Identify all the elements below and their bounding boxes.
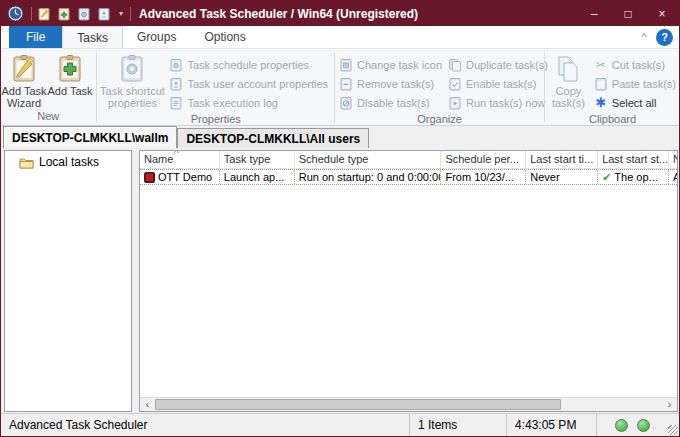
tab-tasks[interactable]: Tasks: [62, 26, 123, 48]
enable-tasks-label: Enable task(s): [466, 78, 536, 90]
last-start-status-label: The op...: [614, 171, 657, 183]
task-user-account-properties-icon: [169, 77, 183, 91]
quick-access-toolbar: ▾: [35, 5, 127, 23]
add-task-wizard-button[interactable]: Add Task Wizard: [1, 51, 47, 109]
qat-dropdown-icon[interactable]: ▾: [115, 9, 127, 18]
qat-add-task-icon[interactable]: [55, 5, 73, 23]
title-bar: ▾ Advanced Task Scheduler / Win64 (Unreg…: [1, 1, 679, 26]
success-check-icon: ✔: [602, 171, 611, 184]
app-clock-icon: [7, 5, 24, 22]
tree-item-local-tasks[interactable]: Local tasks: [5, 151, 131, 171]
ribbon-group-separator: [544, 52, 545, 122]
status-app-name: Advanced Task Scheduler: [1, 414, 409, 436]
add-task-wizard-icon: [9, 54, 39, 84]
task-shortcut-properties-label: Task shortcut properties: [98, 85, 166, 109]
minimize-button[interactable]: –: [577, 1, 611, 26]
cell-task-type: Launch ap...: [220, 170, 295, 184]
cell-next-start: A: [669, 170, 677, 184]
help-icon[interactable]: ?: [656, 29, 673, 46]
scroll-right-icon[interactable]: ›: [662, 398, 677, 411]
group-label-new: New: [1, 109, 95, 125]
scrollbar-track[interactable]: [155, 398, 662, 411]
column-header-name[interactable]: Name ^: [140, 151, 220, 168]
scroll-left-icon[interactable]: ‹: [140, 398, 155, 411]
window-title: Advanced Task Scheduler / Win64 (Unregis…: [139, 7, 577, 21]
select-all-icon: ✱: [594, 95, 608, 110]
task-execution-log-button[interactable]: Task execution log: [166, 93, 331, 112]
disable-tasks-button[interactable]: Disable task(s): [336, 93, 445, 112]
close-button[interactable]: ×: [645, 1, 679, 26]
duplicate-tasks-label: Duplicate task(s): [466, 59, 548, 71]
remove-tasks-label: Remove task(s): [357, 78, 434, 90]
change-task-icon-label: Change task icon: [357, 59, 442, 71]
resize-grip[interactable]: [668, 425, 678, 435]
qat-user-properties-icon[interactable]: [95, 5, 113, 23]
engine-status-led-icon: [615, 419, 628, 432]
task-execution-log-label: Task execution log: [187, 97, 278, 109]
add-task-icon: [55, 54, 85, 84]
copy-tasks-label: Copy task(s): [546, 85, 591, 109]
task-group-tree: Local tasks: [4, 150, 132, 412]
task-schedule-properties-button[interactable]: Task schedule properties: [166, 55, 331, 74]
scrollbar-thumb[interactable]: [155, 399, 561, 410]
maximize-button[interactable]: □: [611, 1, 645, 26]
panel-splitter[interactable]: [132, 150, 139, 412]
copy-tasks-button[interactable]: Copy task(s): [546, 51, 591, 109]
task-schedule-properties-icon: [169, 58, 183, 72]
task-user-account-properties-button[interactable]: Task user account properties: [166, 74, 331, 93]
change-task-icon-button[interactable]: Change task icon: [336, 55, 445, 74]
change-task-icon-icon: [339, 58, 353, 72]
tab-options[interactable]: Options: [190, 26, 259, 48]
ribbon: Add Task Wizard Add Task New: [1, 49, 679, 126]
status-bar: Advanced Task Scheduler 1 Items 4:43:05 …: [1, 413, 679, 436]
connection-status-led-icon: [637, 419, 650, 432]
column-header-schedule-period[interactable]: Schedule per...: [441, 151, 526, 168]
tree-item-label: Local tasks: [39, 155, 99, 169]
horizontal-scrollbar[interactable]: ‹ ›: [140, 397, 677, 411]
duplicate-tasks-icon: [448, 58, 462, 72]
titlebar-separator: [130, 7, 131, 21]
column-header-last-start-status[interactable]: Last start st...: [598, 151, 669, 168]
remove-tasks-button[interactable]: Remove task(s): [336, 74, 445, 93]
task-list-header: Name ^ Task type Schedule type Schedule …: [140, 151, 677, 169]
column-header-next-start[interactable]: N: [669, 151, 677, 168]
sort-ascending-icon: ^: [174, 151, 179, 159]
status-clock: 4:43:05 PM: [506, 414, 596, 436]
add-task-button[interactable]: Add Task: [47, 51, 93, 97]
column-name-label: Name: [144, 153, 173, 165]
qat-schedule-properties-icon[interactable]: [75, 5, 93, 23]
remove-tasks-icon: [339, 77, 353, 91]
titlebar-separator: [31, 7, 32, 21]
paste-tasks-button[interactable]: Paste task(s): [591, 74, 679, 93]
task-shortcut-properties-button[interactable]: Task shortcut properties: [98, 51, 166, 109]
column-header-schedule-type[interactable]: Schedule type: [295, 151, 442, 168]
qat-add-task-wizard-icon[interactable]: [35, 5, 53, 23]
run-tasks-now-button[interactable]: Run task(s) now: [445, 93, 551, 112]
main-area: Local tasks Name ^ Task type Schedule ty…: [1, 148, 679, 413]
cut-tasks-button[interactable]: ✂ Cut task(s): [591, 55, 679, 74]
paste-tasks-icon: [594, 77, 608, 91]
task-user-account-properties-label: Task user account properties: [187, 78, 328, 90]
tab-groups[interactable]: Groups: [123, 26, 190, 48]
connection-tab-current-user[interactable]: DESKTOP-CLMKKLL\wallm: [3, 126, 177, 148]
folder-icon: [19, 156, 34, 169]
task-row-ott-demo[interactable]: OTT Demo Launch ap... Run on startup: 0 …: [140, 169, 677, 185]
copy-tasks-icon: [553, 54, 583, 84]
task-list-empty-area: [140, 185, 677, 397]
ribbon-tab-bar: File Tasks Groups Options ^ ?: [1, 26, 679, 49]
cut-tasks-icon: ✂: [594, 58, 608, 72]
add-task-label: Add Task: [47, 85, 92, 97]
enable-tasks-button[interactable]: Enable task(s): [445, 74, 551, 93]
disable-tasks-icon: [339, 96, 353, 110]
tab-file[interactable]: File: [9, 26, 62, 48]
collapse-ribbon-icon[interactable]: ^: [632, 26, 656, 48]
duplicate-tasks-button[interactable]: Duplicate task(s): [445, 55, 551, 74]
column-header-last-start-time[interactable]: Last start ti...: [526, 151, 598, 168]
ribbon-group-separator: [334, 52, 335, 122]
task-list-pane: Name ^ Task type Schedule type Schedule …: [139, 150, 678, 412]
connection-tab-all-users[interactable]: DESKTOP-CLMKKLL\All users: [177, 128, 369, 148]
column-header-task-type[interactable]: Task type: [220, 151, 295, 168]
add-task-wizard-label: Add Task Wizard: [1, 85, 47, 109]
task-name-label: OTT Demo: [158, 171, 212, 183]
select-all-button[interactable]: ✱ Select all: [591, 93, 679, 112]
